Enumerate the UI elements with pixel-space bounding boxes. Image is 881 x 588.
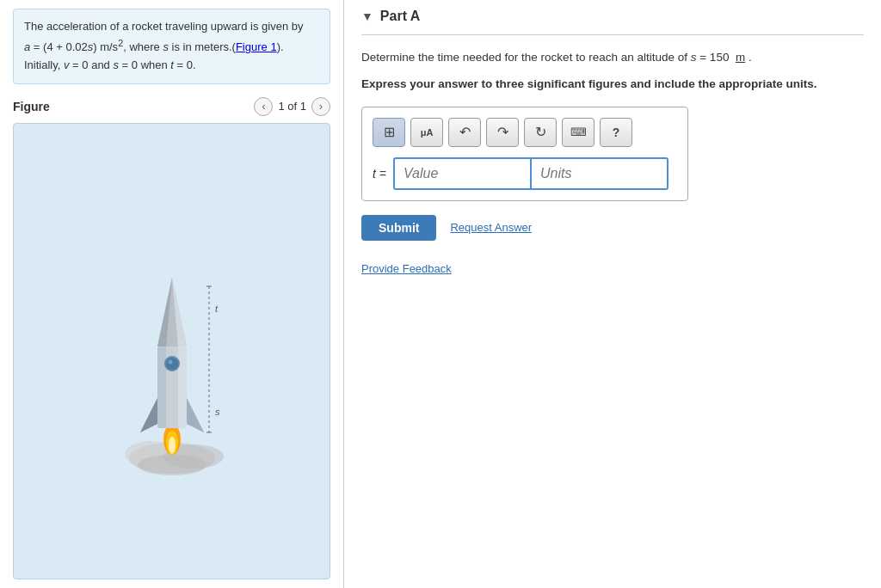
problem-text: Determine the time needed for the rocket… (361, 48, 864, 67)
figure-next-button[interactable]: › (311, 97, 330, 116)
redo-icon: ↷ (497, 124, 508, 140)
figure-page-label: 1 of 1 (278, 100, 306, 113)
keyboard-icon: ⌨ (570, 126, 587, 138)
input-label: t = (373, 167, 386, 181)
problem-description: The acceleration of a rocket traveling u… (13, 9, 330, 84)
problem-line3: Initially, v = 0 and s = 0 when t = 0. (24, 58, 196, 71)
mu-icon: μA (421, 127, 434, 138)
bold-instruction: Express your answer to three significant… (361, 76, 864, 93)
request-answer-button[interactable]: Request Answer (450, 221, 532, 234)
input-row: t = (373, 157, 677, 190)
figure-title: Figure (13, 100, 50, 113)
refresh-button[interactable]: ↻ (524, 118, 557, 147)
action-row: Submit Request Answer (361, 215, 864, 241)
svg-point-12 (168, 360, 172, 364)
part-title: Part A (380, 9, 421, 24)
figure1-link[interactable]: Figure 1 (236, 40, 277, 53)
svg-rect-8 (157, 346, 166, 428)
answer-box: ⊞ μA ↶ ↷ ↻ ⌨ ? t = (361, 107, 688, 201)
svg-point-3 (138, 455, 206, 475)
units-input[interactable] (531, 157, 668, 190)
right-panel: ▼ Part A Determine the time needed for t… (344, 0, 881, 588)
divider (361, 34, 864, 35)
undo-button[interactable]: ↶ (448, 118, 481, 147)
figure-nav: ‹ 1 of 1 › (254, 97, 330, 116)
figure-header: Figure ‹ 1 of 1 › (13, 97, 330, 116)
matrix-button[interactable]: ⊞ (373, 118, 405, 147)
matrix-icon: ⊞ (384, 124, 395, 140)
toolbar: ⊞ μA ↶ ↷ ↻ ⌨ ? (373, 118, 677, 147)
help-icon: ? (613, 126, 620, 139)
undo-icon: ↶ (459, 124, 471, 140)
value-input[interactable] (393, 157, 531, 190)
left-panel: The acceleration of a rocket traveling u… (0, 0, 344, 588)
figure-prev-button[interactable]: ‹ (254, 97, 273, 116)
svg-text:s: s (215, 407, 220, 417)
part-header: ▼ Part A (361, 9, 864, 24)
svg-rect-9 (178, 346, 187, 428)
redo-button[interactable]: ↷ (486, 118, 519, 147)
mu-button[interactable]: μA (410, 118, 443, 147)
refresh-icon: ↻ (535, 124, 546, 140)
svg-point-6 (169, 437, 176, 454)
svg-text:t: t (215, 303, 219, 314)
problem-line2: a = (4 + 0.02s) m/s2, where s is in mete… (24, 40, 284, 53)
help-button[interactable]: ? (600, 118, 632, 147)
keyboard-button[interactable]: ⌨ (562, 118, 595, 147)
submit-button[interactable]: Submit (361, 215, 436, 241)
provide-feedback-button[interactable]: Provide Feedback (361, 262, 452, 275)
collapse-arrow[interactable]: ▼ (361, 9, 373, 23)
rocket-svg: t s (116, 226, 228, 475)
svg-point-11 (166, 358, 178, 370)
figure-section: Figure ‹ 1 of 1 › (13, 97, 330, 579)
problem-line1: The acceleration of a rocket traveling u… (24, 20, 303, 33)
figure-image: t s (13, 123, 330, 579)
